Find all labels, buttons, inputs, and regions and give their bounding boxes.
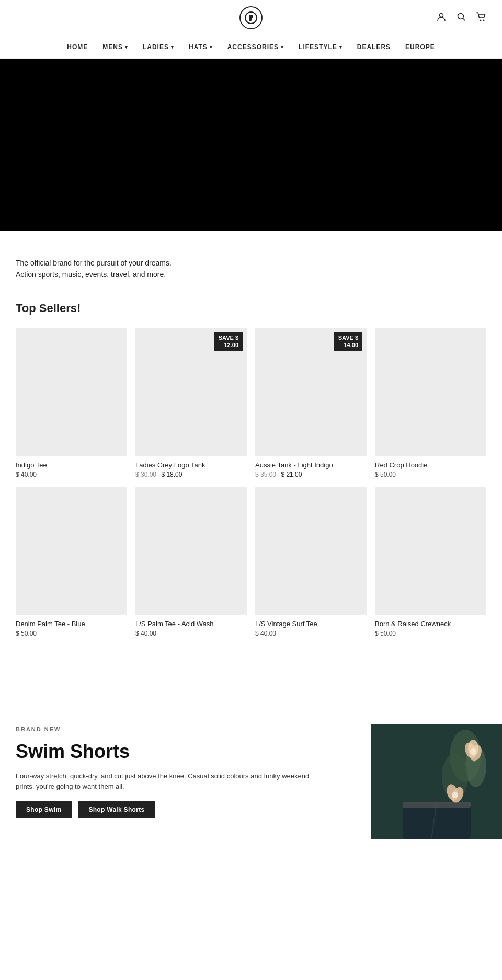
main-nav: HOME MENS▾ LADIES▾ HATS▾ ACCESSORIES▾ LI… — [0, 36, 502, 59]
product-card[interactable]: Red Crop Hoodie $ 50.00 — [375, 328, 486, 478]
product-price: $ 30.00 $ 18.00 — [135, 471, 247, 478]
swim-section: BRAND NEW Swim Shorts Four-way stretch, … — [0, 705, 502, 840]
tagline-text: The official brand for the pursuit of yo… — [16, 257, 486, 281]
shop-walk-shorts-button[interactable]: Shop Walk Shorts — [78, 801, 155, 818]
product-image — [135, 487, 247, 615]
shop-swim-button[interactable]: Shop Swim — [16, 801, 72, 818]
product-image — [16, 328, 127, 456]
nav-mens[interactable]: MENS▾ — [102, 43, 128, 51]
chevron-down-icon: ▾ — [281, 44, 284, 50]
tagline-section: The official brand for the pursuit of yo… — [0, 231, 502, 302]
product-card[interactable]: SAVE $14.00 Aussie Tank - Light Indigo $… — [255, 328, 367, 478]
product-card[interactable]: L/S Palm Tee - Acid Wash $ 40.00 — [135, 487, 247, 637]
svg-point-18 — [452, 792, 458, 798]
svg-point-6 — [483, 19, 485, 21]
product-price: $ 50.00 — [16, 630, 127, 637]
nav-dealers[interactable]: DEALERS — [357, 43, 391, 51]
product-image — [375, 328, 486, 456]
product-card[interactable]: Born & Raised Crewneck $ 50.00 — [375, 487, 486, 637]
chevron-down-icon: ▾ — [171, 44, 174, 50]
search-icon[interactable] — [456, 11, 466, 25]
product-name: Aussie Tank - Light Indigo — [255, 461, 367, 469]
product-name: Indigo Tee — [16, 461, 127, 469]
swim-shorts-image — [371, 724, 502, 839]
product-price: $ 40.00 — [16, 471, 127, 478]
header-icons — [436, 11, 486, 25]
chevron-down-icon: ▾ — [210, 44, 213, 50]
spacer — [0, 663, 502, 705]
product-name: L/S Vintage Surf Tee — [255, 620, 367, 628]
product-price: $ 35.00 $ 21.00 — [255, 471, 367, 478]
product-card[interactable]: L/S Vintage Surf Tee $ 40.00 — [255, 487, 367, 637]
nav-hats[interactable]: HATS▾ — [189, 43, 213, 51]
product-name: Denim Palm Tee - Blue — [16, 620, 127, 628]
nav-accessories[interactable]: ACCESSORIES▾ — [227, 43, 284, 51]
product-name: Born & Raised Crewneck — [375, 620, 486, 628]
product-card[interactable]: Indigo Tee $ 40.00 — [16, 328, 127, 478]
top-sellers-section: Top Sellers! Indigo Tee $ 40.00 SAVE $12… — [0, 302, 502, 663]
product-name: Ladies Grey Logo Tank — [135, 461, 247, 469]
nav-lifestyle[interactable]: LIFESTYLE▾ — [299, 43, 343, 51]
logo[interactable] — [239, 6, 263, 29]
header — [0, 0, 502, 36]
svg-point-5 — [480, 19, 482, 21]
product-image — [16, 487, 127, 615]
section-title: Top Sellers! — [0, 302, 502, 328]
product-card[interactable]: SAVE $12.00 Ladies Grey Logo Tank $ 30.0… — [135, 328, 247, 478]
save-badge: SAVE $12.00 — [214, 332, 243, 351]
svg-point-15 — [470, 748, 476, 755]
account-icon[interactable] — [436, 11, 447, 25]
svg-point-3 — [440, 13, 443, 17]
products-grid: Indigo Tee $ 40.00 SAVE $12.00 Ladies Gr… — [0, 328, 502, 663]
hero-banner — [0, 59, 502, 231]
product-image: SAVE $14.00 — [255, 328, 367, 456]
cart-icon[interactable] — [476, 11, 486, 25]
nav-ladies[interactable]: LADIES▾ — [143, 43, 174, 51]
svg-point-4 — [458, 13, 464, 19]
product-image — [255, 487, 367, 615]
save-badge: SAVE $14.00 — [334, 332, 362, 351]
chevron-down-icon: ▾ — [339, 44, 343, 50]
product-price: $ 40.00 — [255, 630, 367, 637]
product-image — [375, 487, 486, 615]
nav-home[interactable]: HOME — [67, 43, 88, 51]
svg-rect-21 — [403, 802, 471, 808]
product-card[interactable]: Denim Palm Tee - Blue $ 50.00 — [16, 487, 127, 637]
nav-europe[interactable]: EUROPE — [405, 43, 435, 51]
swim-description: Four-way stretch, quick-dry, and cut jus… — [16, 771, 329, 793]
product-image: SAVE $12.00 — [135, 328, 247, 456]
product-price: $ 50.00 — [375, 471, 486, 478]
product-price: $ 40.00 — [135, 630, 247, 637]
svg-rect-2 — [250, 15, 253, 18]
product-name: L/S Palm Tee - Acid Wash — [135, 620, 247, 628]
product-price: $ 50.00 — [375, 630, 486, 637]
chevron-down-icon: ▾ — [125, 44, 128, 50]
product-name: Red Crop Hoodie — [375, 461, 486, 469]
svg-rect-19 — [403, 803, 471, 839]
